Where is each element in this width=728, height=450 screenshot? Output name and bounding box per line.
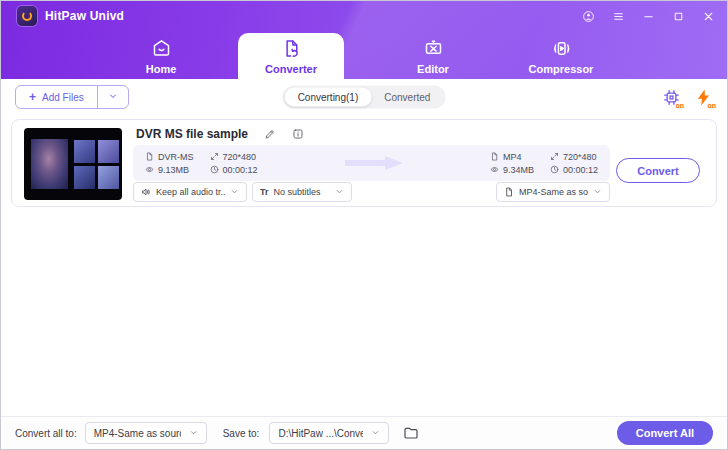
converter-icon xyxy=(281,38,302,61)
convert-button[interactable]: Convert xyxy=(616,158,700,183)
file-title: DVR MS file sample xyxy=(136,127,248,141)
file-icon xyxy=(504,187,514,197)
convert-all-format-dropdown[interactable]: MP4-Same as source xyxy=(85,422,207,444)
target-size: 9.34MB xyxy=(490,165,534,175)
thumbnail-sub-frame xyxy=(98,140,119,163)
duration-clock-icon xyxy=(210,165,219,174)
convert-all-to-label: Convert all to: xyxy=(15,428,77,439)
audio-dropdown-value: Keep all audio tr... xyxy=(156,187,225,197)
open-folder-icon[interactable] xyxy=(403,425,419,441)
subtitle-dropdown[interactable]: Tr No subtitles xyxy=(252,182,352,202)
chevron-down-icon xyxy=(335,187,344,198)
video-thumbnail[interactable] xyxy=(24,128,122,200)
chevron-down-icon xyxy=(371,428,380,439)
gpu-acceleration-icon[interactable]: on xyxy=(662,88,681,107)
add-files-label: Add Files xyxy=(42,92,84,103)
chevron-down-icon xyxy=(230,187,239,198)
file-card: DVR MS file sample DVR-MS 720*480 xyxy=(11,119,717,207)
editor-icon xyxy=(423,38,444,61)
audio-icon xyxy=(141,187,151,197)
add-files-dropdown-button[interactable] xyxy=(98,86,128,108)
app-header: HitPaw Univd xyxy=(1,1,727,79)
size-eye-icon xyxy=(145,165,154,174)
tab-editor[interactable]: Editor xyxy=(393,33,473,79)
file-icon xyxy=(145,152,154,161)
save-path-value: D:\HitPaw ...\Converted xyxy=(278,428,363,439)
converting-converted-segments: Converting(1) Converted xyxy=(283,86,446,109)
info-icon[interactable] xyxy=(292,128,304,140)
turbo-on-badge: on xyxy=(707,102,716,109)
convert-all-format-value: MP4-Same as source xyxy=(94,428,181,439)
compressor-icon xyxy=(551,38,572,61)
home-icon xyxy=(151,38,172,61)
minimize-icon[interactable] xyxy=(641,9,655,23)
chevron-down-icon xyxy=(593,187,602,198)
app-logo-icon xyxy=(17,6,37,26)
segment-converting[interactable]: Converting(1) xyxy=(285,88,372,107)
subtitle-dropdown-value: No subtitles xyxy=(274,187,321,197)
convert-all-button[interactable]: Convert All xyxy=(617,421,713,445)
main-nav: Home Converter Editor xyxy=(1,33,727,79)
source-duration: 00:00:12 xyxy=(210,165,258,175)
source-resolution: 720*480 xyxy=(210,152,258,162)
media-info-bar: DVR-MS 720*480 9.13MB 00:00:12 xyxy=(133,145,610,181)
edit-pencil-icon[interactable] xyxy=(264,128,276,140)
add-files-button[interactable]: + Add Files xyxy=(16,86,98,108)
add-files-split-button: + Add Files xyxy=(15,85,129,109)
tab-label: Home xyxy=(146,63,177,75)
audio-track-dropdown[interactable]: Keep all audio tr... xyxy=(133,182,247,202)
output-format-dropdown[interactable]: MP4-Same as so... xyxy=(496,182,610,202)
file-icon xyxy=(490,152,499,161)
toolbar: + Add Files Converting(1) Converted on o… xyxy=(1,79,727,115)
file-title-row: DVR MS file sample xyxy=(136,127,304,141)
chevron-down-icon xyxy=(189,428,198,439)
format-dropdown-value: MP4-Same as so... xyxy=(519,187,588,197)
tab-label: Converter xyxy=(265,63,317,75)
conversion-arrow-zone xyxy=(258,154,490,172)
window-controls xyxy=(581,1,715,31)
menu-icon[interactable] xyxy=(611,9,625,23)
tab-label: Compressor xyxy=(529,63,594,75)
source-size: 9.13MB xyxy=(145,165,194,175)
resolution-icon xyxy=(210,152,219,161)
thumbnail-sub-frame xyxy=(74,166,95,189)
thumbnail-main-frame xyxy=(31,139,68,189)
save-to-label: Save to: xyxy=(223,428,260,439)
thumbnail-sub-frame xyxy=(74,140,95,163)
target-resolution: 720*480 xyxy=(550,152,598,162)
plus-icon: + xyxy=(29,91,36,103)
duration-clock-icon xyxy=(550,165,559,174)
subtitle-icon: Tr xyxy=(260,187,269,197)
toolbar-right-icons: on on xyxy=(662,88,713,107)
titlebar: HitPaw Univd xyxy=(1,1,727,31)
tab-home[interactable]: Home xyxy=(121,33,201,79)
maximize-icon[interactable] xyxy=(671,9,685,23)
bottom-bar: Convert all to: MP4-Same as source Save … xyxy=(1,416,727,449)
segment-converted[interactable]: Converted xyxy=(371,88,443,107)
thumbnail-sub-frame xyxy=(98,166,119,189)
gpu-on-badge: on xyxy=(675,102,684,109)
turbo-lightning-icon[interactable]: on xyxy=(694,88,713,107)
resolution-icon xyxy=(550,152,559,161)
source-media-info: DVR-MS 720*480 9.13MB 00:00:12 xyxy=(145,152,258,175)
tab-label: Editor xyxy=(417,63,449,75)
tab-compressor[interactable]: Compressor xyxy=(513,33,609,79)
source-format: DVR-MS xyxy=(145,152,194,162)
target-format: MP4 xyxy=(490,152,534,162)
chevron-down-icon xyxy=(108,91,118,103)
save-path-dropdown[interactable]: D:\HitPaw ...\Converted xyxy=(269,422,389,444)
close-icon[interactable] xyxy=(701,9,715,23)
app-title: HitPaw Univd xyxy=(45,9,124,23)
target-duration: 00:00:12 xyxy=(550,165,598,175)
account-icon[interactable] xyxy=(581,9,595,23)
size-eye-icon xyxy=(490,165,499,174)
arrow-right-icon xyxy=(337,154,411,172)
target-media-info: MP4 720*480 9.34MB 00:00:12 xyxy=(490,152,598,175)
tab-converter[interactable]: Converter xyxy=(238,33,344,79)
